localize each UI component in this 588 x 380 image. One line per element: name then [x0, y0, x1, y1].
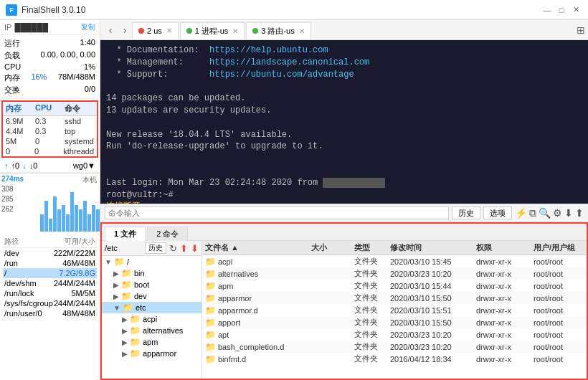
disk-avail-header: 可用/大小	[65, 237, 95, 247]
file-name: 📁binfmt.d	[205, 354, 311, 364]
table-row: 4.4M 0.3 top	[3, 126, 97, 136]
file-row[interactable]: 📁apparmor.d 文件夹 2020/03/10 15:51 drwxr-x…	[202, 304, 587, 316]
tab-files[interactable]: 1 文件	[105, 227, 146, 241]
proc-cmd: sshd	[65, 117, 94, 125]
chart-bar	[87, 214, 91, 232]
file-date: 2020/03/10 15:50	[390, 294, 476, 303]
maximize-button[interactable]: □	[555, 4, 568, 16]
grid-view-icon[interactable]: ⊞	[577, 24, 585, 36]
upload-file-icon[interactable]: ⬆	[180, 243, 188, 254]
process-col-mem: 内存	[6, 103, 35, 114]
tree-item-label: apparmor	[143, 349, 176, 358]
copy-icon[interactable]: ⧉	[529, 207, 536, 219]
cpu-row: CPU 1%	[4, 62, 95, 72]
upload-icon[interactable]: ⬆	[575, 207, 584, 219]
file-owner: root/root	[534, 294, 584, 303]
tree-item-acpi[interactable]: ▶ 📁 acpi	[102, 313, 201, 325]
proc-mem: 6.9M	[6, 117, 35, 125]
tree-item-bin[interactable]: ▶ 📁 bin	[102, 267, 201, 279]
file-row[interactable]: 📁bash_completion.d 文件夹 2020/03/23 10:20 …	[202, 341, 587, 353]
col-header-perms[interactable]: 权限	[476, 242, 534, 253]
bottom-panel: 1 文件 2 命令 /etc 历史 ↻ ⬆ ⬇	[100, 222, 588, 380]
chart-bar	[70, 192, 74, 232]
chart-bar	[92, 205, 95, 232]
chart-bar	[83, 201, 87, 232]
latency-section: 274ms 本机 308 285 262	[0, 173, 100, 234]
file-name: 📁apm	[205, 281, 311, 291]
file-date: 2020/03/23 10:20	[390, 331, 476, 339]
file-row[interactable]: 📁alternatives 文件夹 2020/03/23 10:20 drwxr…	[202, 267, 587, 280]
file-type: 文件夹	[354, 256, 390, 267]
tree-item-root[interactable]: ▼ 📁 /	[102, 256, 201, 267]
settings-icon[interactable]: ⚙	[553, 207, 562, 219]
file-row[interactable]: 📁acpi 文件夹 2020/03/10 15:45 drwxr-xr-x ro…	[202, 255, 587, 267]
file-row[interactable]: 📁binfmt.d 文件夹 2016/04/12 18:34 drwxr-xr-…	[202, 353, 587, 365]
tab-process-us[interactable]: 1 进程-us ✕	[180, 22, 245, 39]
tree-item-label: bin	[134, 269, 145, 277]
chart-bar	[53, 196, 57, 232]
folder-icon: 📁	[130, 314, 141, 324]
command-input[interactable]	[105, 206, 449, 219]
tab-route-us[interactable]: 3 路由-us ✕	[246, 22, 310, 39]
disk-path-header: 路径	[4, 237, 19, 247]
tab-close-route[interactable]: ✕	[299, 27, 305, 35]
tree-item-boot[interactable]: ▶ 📁 boot	[102, 279, 201, 290]
file-row[interactable]: 📁apt 文件夹 2020/03/23 10:20 drwxr-xr-x roo…	[202, 328, 587, 341]
tab-label-route: 3 路由-us	[261, 26, 294, 37]
tab-2us[interactable]: 2 us ✕	[132, 22, 179, 39]
lightning-icon: ⚡	[515, 207, 527, 219]
network-section: ↑ ↑0 ↓ ↓0 wg0▼	[0, 159, 100, 173]
nav-forward-button[interactable]: ›	[118, 23, 132, 37]
disk-row: /run/user/048M/48M	[3, 308, 97, 318]
app-icon: F	[6, 4, 17, 16]
latency-val4: 262	[1, 205, 14, 213]
folder-icon: 📁	[121, 268, 132, 278]
col-header-type[interactable]: 类型	[354, 242, 390, 253]
options-button[interactable]: 选项	[483, 206, 512, 219]
col-header-name[interactable]: 文件名 ▲	[205, 242, 311, 253]
col-header-owner[interactable]: 用户/用户组	[534, 242, 584, 253]
col-header-date[interactable]: 修改时间	[390, 242, 476, 253]
tree-item-dev[interactable]: ▶ 📁 dev	[102, 290, 201, 302]
tree-item-etc[interactable]: ▼ 📁 etc	[102, 302, 201, 313]
disk-row: /sys/fs/cgroup244M/244M	[3, 298, 97, 308]
download-file-icon[interactable]: ⬇	[191, 243, 199, 254]
nav-back-button[interactable]: ‹	[103, 23, 118, 37]
file-row[interactable]: 📁apport 文件夹 2020/03/10 15:50 drwxr-xr-x …	[202, 316, 587, 328]
terminal[interactable]: * Documentation: https://help.ubuntu.com…	[100, 40, 588, 204]
process-col-cpu: CPU	[35, 103, 65, 114]
tree-item-apparmor[interactable]: ▶ 📁 apparmor	[102, 348, 201, 359]
tree-item-apm[interactable]: ▶ 📁 apm	[102, 336, 201, 348]
col-header-size[interactable]: 大小	[311, 242, 354, 253]
tab-commands[interactable]: 2 命令	[147, 227, 188, 241]
history-button[interactable]: 历史	[452, 206, 480, 219]
search-icon[interactable]: 🔍	[539, 207, 551, 219]
copy-ip-button[interactable]: 复制	[81, 22, 95, 32]
process-monitor: 内存 CPU 命令 6.9M 0.3 sshd 4.4M 0.3 top 5M …	[1, 100, 98, 158]
refresh-icon[interactable]: ↻	[169, 243, 177, 254]
file-name: 📁apport	[205, 318, 311, 328]
proc-mem: 0	[6, 147, 34, 156]
file-row[interactable]: 📁apm 文件夹 2020/03/10 15:44 drwxr-xr-x roo…	[202, 280, 587, 292]
file-history-button[interactable]: 历史	[145, 242, 166, 254]
terminal-line: Last login: Mon Mar 23 02:24:48 2020 fro…	[106, 177, 582, 189]
expand-icon: ▶	[113, 270, 119, 277]
main-container: IP ██████ 复制 运行 1:40 负载 0.00, 0.00, 0.00…	[0, 20, 588, 380]
mem-value: 78M/488M	[58, 72, 95, 83]
disk-path: /	[4, 269, 6, 277]
file-manager: /etc 历史 ↻ ⬆ ⬇ ▼ 📁 / ▶	[102, 241, 587, 379]
terminal-line: Run 'do-release-upgrade' to upgrade to i…	[106, 141, 582, 153]
proc-cpu: 0.3	[35, 127, 65, 136]
tab-bar: ‹ › 2 us ✕ 1 进程-us ✕ 3 路由-us ✕ ⊞	[100, 20, 588, 40]
tree-item-alternatives[interactable]: ▶ 📁 alternatives	[102, 325, 201, 336]
close-button[interactable]: ✕	[569, 4, 582, 16]
proc-cpu: 0.3	[35, 117, 65, 125]
file-row[interactable]: 📁apparmor 文件夹 2020/03/10 15:50 drwxr-xr-…	[202, 292, 587, 304]
file-name: 📁alternatives	[205, 269, 311, 279]
tab-close-2us[interactable]: ✕	[166, 27, 172, 34]
file-perms: drwxr-xr-x	[476, 270, 534, 278]
net-interface-select[interactable]: wg0▼	[73, 161, 95, 170]
tab-close-process[interactable]: ✕	[232, 27, 238, 35]
download-icon[interactable]: ⬇	[564, 207, 573, 219]
minimize-button[interactable]: —	[541, 4, 554, 16]
